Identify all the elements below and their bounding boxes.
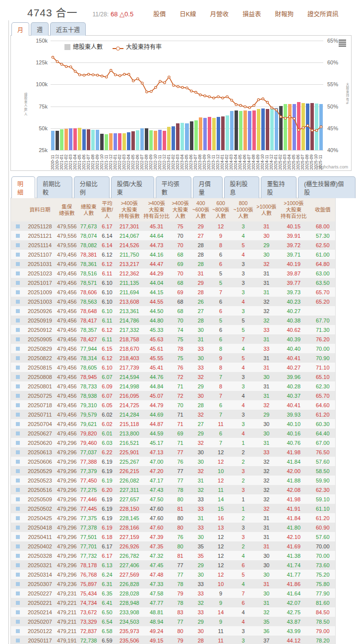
nav-link[interactable]: 日K線 [179,11,196,18]
cell: 77,701 [78,541,99,551]
row-link-icon[interactable] [16,582,20,586]
cell: 479,296 [56,457,78,466]
row-link-icon[interactable] [16,243,20,247]
cell: 226,828 [116,579,143,589]
row-link-icon[interactable] [16,460,20,464]
tab-table-7[interactable]: 董監持股 [261,176,297,198]
row-link-icon[interactable] [16,629,20,633]
row-link-icon[interactable] [16,262,20,266]
row-link-icon[interactable] [16,394,20,398]
legend-item-line[interactable]: 大股東持有率 [113,42,162,51]
row-link-icon[interactable] [16,554,20,558]
tab-table-2[interactable]: 分級比例 [74,176,110,198]
row-link-icon[interactable] [16,563,20,567]
cell: 47.35 [143,541,170,551]
row-link-icon[interactable] [16,535,20,539]
cell: 3 [231,466,255,476]
tab-table-5[interactable]: 月價量 [193,176,223,198]
row-link-icon[interactable] [16,375,20,379]
cell: 32 [256,607,277,617]
tab-period-1[interactable]: 週 [31,22,49,36]
row-link-icon[interactable] [16,413,20,417]
row-link-icon[interactable] [16,253,20,257]
row-link-icon[interactable] [16,384,20,388]
row-link-icon[interactable] [16,450,20,454]
row-link-icon[interactable] [16,422,20,426]
row-link-icon[interactable] [16,601,20,605]
row-link-icon[interactable] [16,224,20,228]
cell: 479,296 [56,476,78,485]
tab-period-2[interactable]: 近五十週 [50,22,86,36]
row-link-icon[interactable] [16,366,20,370]
cell: 479,296 [56,504,78,513]
tab-table-6[interactable]: 股利股息 [224,176,260,198]
cell: 213,361 [116,306,143,316]
row-link-icon[interactable] [16,328,20,332]
row-link-icon[interactable] [16,488,20,492]
nav-link[interactable]: 月營收 [210,11,229,18]
cell: 20250328 [24,551,55,560]
row-link-icon[interactable] [16,356,20,360]
cell: 6.19 [99,466,115,476]
row-link-icon[interactable] [16,479,20,483]
column-header: >1000張 人數 [256,198,277,222]
tab-table-0[interactable]: 明細 [11,176,35,198]
row-link-icon[interactable] [16,573,20,577]
row-link-icon[interactable] [16,271,20,275]
column-header: 集保 總張數 [56,198,78,222]
cell: 44.87 [143,419,170,429]
row-link-icon[interactable] [16,526,20,530]
cell: 41.69 [277,541,310,551]
row-link-icon[interactable] [16,639,20,643]
column-header: 400 ~600張 人數 [191,198,211,222]
table-row: 20250122479,21172,8376.58235,97349.24803… [11,626,336,636]
row-link-icon[interactable] [16,610,20,614]
row-link-icon[interactable] [16,441,20,445]
tab-table-3[interactable]: 股價/大股東 [111,176,154,198]
cell: 76 [170,532,190,541]
tab-table-4[interactable]: 平均張數 [156,176,191,198]
cell: 75 [170,353,190,363]
cell: 235,506 [116,636,143,644]
tab-table-1[interactable]: 前期比較 [37,176,72,198]
cell: 1 [231,504,255,513]
row-link-icon[interactable] [16,497,20,501]
row-link-icon[interactable] [16,403,20,407]
row-link-icon[interactable] [16,337,20,341]
row-link-icon[interactable] [16,516,20,520]
cell: 6.10 [99,278,115,287]
cell: 6 [211,429,231,438]
nav-link[interactable]: 財報狗 [275,11,294,18]
row-link-icon[interactable] [16,281,20,285]
cell: 211,135 [116,278,143,287]
nav-link[interactable]: 股價 [153,11,166,18]
tab-table-8[interactable]: (櫃生技醫療)個股 [298,176,356,198]
nav-link[interactable]: 證交所資訊 [307,11,339,18]
table-row: 20251009479,45678,6066.10211,69444.15692… [11,287,336,297]
row-link-icon[interactable] [16,469,20,473]
legend-item-bars[interactable]: 總股東人數 [64,42,103,51]
row-link-icon[interactable] [16,347,20,351]
row-link-icon[interactable] [16,309,20,313]
row-link-icon[interactable] [16,591,20,595]
row-link-icon[interactable] [16,507,20,511]
row-link-icon[interactable] [16,620,20,624]
cell: 45.17 [143,438,170,447]
row-link-icon[interactable] [16,544,20,548]
row-link-icon[interactable] [16,300,20,304]
cell: 234,503 [116,617,143,626]
chart-menu-icon[interactable] [339,40,346,48]
nav-link[interactable]: 損益表 [242,11,261,18]
tab-period-0[interactable]: 月 [11,22,29,36]
row-link-icon[interactable] [16,431,20,435]
cell: 64.60 [310,400,336,410]
row-link-icon[interactable] [16,290,20,294]
cell: 29 [191,560,211,570]
row-link-icon[interactable] [16,319,20,322]
cell: 27 [191,231,211,240]
cell: 78,733 [78,381,99,391]
cell: 6.31 [99,579,115,589]
cell: 75 [170,334,190,344]
cell: 62.50 [310,240,336,250]
row-link-icon[interactable] [16,234,20,238]
